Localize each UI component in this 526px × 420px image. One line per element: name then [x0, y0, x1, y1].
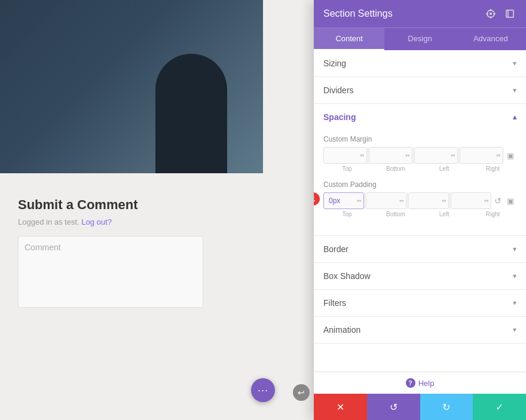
cancel-button[interactable]: ✕ — [314, 394, 367, 420]
padding-input-row: ⇔ ⇔ ⇔ — [323, 192, 516, 209]
padding-left-label: Left — [421, 211, 468, 217]
margin-sub-labels: Top Bottom Left Right — [323, 165, 516, 172]
submit-heading: Submit a Comment — [18, 197, 245, 213]
margin-top-label: Top — [323, 165, 371, 172]
accordion-spacing: Spacing ▴ Custom Margin ⇔ — [314, 104, 526, 236]
accordion-border-header[interactable]: Border ▾ — [314, 236, 526, 262]
border-label: Border — [323, 244, 348, 254]
panel-title: Section Settings — [323, 8, 393, 19]
padding-top-label: Top — [323, 211, 371, 217]
fullscreen-icon[interactable] — [503, 7, 516, 20]
margin-left-label: Left — [421, 165, 468, 172]
margin-right-label: Right — [469, 165, 516, 172]
help-label: Help — [418, 379, 435, 388]
custom-padding-group: 1 Custom Padding ⇔ ⇔ — [323, 180, 516, 217]
link-icon: ⇔ — [496, 152, 501, 158]
link-icon: ⇔ — [357, 198, 362, 204]
margin-left-field: ⇔ — [414, 147, 458, 164]
padding-right-field: ⇔ — [451, 192, 491, 209]
chevron-down-icon: ▾ — [513, 86, 516, 94]
link-icon: ⇔ — [484, 198, 489, 204]
padding-inputs: ⇔ ⇔ ⇔ — [323, 192, 491, 209]
link-icon: ⇔ — [442, 198, 447, 204]
help-link[interactable]: ? Help — [406, 378, 435, 388]
accordion-border: Border ▾ — [314, 236, 526, 263]
target-icon[interactable] — [484, 7, 497, 20]
link-icon: ⇔ — [399, 198, 404, 204]
dots-icon: ··· — [258, 384, 268, 397]
action-bar: ✕ ↺ ↻ ✓ — [314, 394, 526, 420]
animation-label: Animation — [323, 325, 360, 335]
accordion-filters: Filters ▾ — [314, 290, 526, 317]
save-button[interactable]: ✓ — [473, 394, 526, 420]
reset-icon[interactable]: ↺ — [493, 196, 503, 206]
custom-margin-group: Custom Margin ⇔ ⇔ — [323, 135, 516, 172]
panel-body: Sizing ▾ Dividers ▾ Spacing ▴ Custom Mar… — [314, 50, 526, 372]
svg-point-1 — [490, 13, 492, 15]
margin-top-field: ⇔ — [323, 147, 367, 164]
margin-inputs: ⇔ ⇔ ⇔ — [323, 147, 503, 164]
accordion-box-shadow: Box Shadow ▾ — [314, 263, 526, 290]
page-content: Submit a Comment Logged in as test. Log … — [0, 179, 263, 326]
padding-left-field: ⇔ — [408, 192, 449, 209]
custom-margin-label: Custom Margin — [323, 135, 516, 143]
panel-header: Section Settings — [314, 0, 526, 27]
dots-button[interactable]: ··· — [251, 378, 275, 402]
chevron-down-icon: ▾ — [513, 59, 516, 68]
sizing-label: Sizing — [323, 59, 346, 68]
accordion-animation-header[interactable]: Animation ▾ — [314, 317, 526, 343]
link-toggle-icon[interactable]: ▣ — [504, 197, 516, 206]
logged-in-text: Logged in as test. Log out? — [18, 217, 245, 226]
link-toggle-icon[interactable]: ▣ — [504, 151, 516, 160]
margin-right-field: ⇔ — [460, 147, 503, 164]
accordion-spacing-header[interactable]: Spacing ▴ — [314, 104, 526, 130]
spacing-label: Spacing — [323, 112, 356, 122]
custom-padding-label: Custom Padding — [323, 180, 516, 189]
accordion-box-shadow-header[interactable]: Box Shadow ▾ — [314, 263, 526, 289]
comment-box[interactable]: Comment — [18, 236, 203, 308]
back-button[interactable]: ↩ — [293, 384, 310, 401]
box-shadow-label: Box Shadow — [323, 271, 371, 281]
svg-rect-6 — [506, 10, 513, 17]
padding-sub-labels: Top Bottom Left Right — [323, 211, 516, 217]
panel-tabs: Content Design Advanced — [314, 27, 526, 50]
accordion-animation: Animation ▾ — [314, 317, 526, 344]
filters-label: Filters — [323, 298, 346, 308]
margin-input-row: ⇔ ⇔ ⇔ — [323, 147, 516, 164]
margin-bottom-field: ⇔ — [369, 147, 412, 164]
redo-button[interactable]: ↻ — [420, 394, 473, 420]
logout-link[interactable]: Log out? — [81, 217, 112, 226]
margin-bottom-label: Bottom — [372, 165, 419, 172]
accordion-dividers: Dividers ▾ — [314, 77, 526, 104]
back-icon: ↩ — [298, 388, 305, 397]
padding-bottom-field: ⇔ — [366, 192, 406, 209]
chevron-down-icon: ▾ — [513, 326, 516, 334]
accordion-filters-header[interactable]: Filters ▾ — [314, 290, 526, 316]
chevron-down-icon: ▾ — [513, 245, 516, 253]
chevron-down-icon: ▾ — [513, 299, 516, 307]
chevron-down-icon: ▾ — [513, 272, 516, 280]
badge-number: 1 — [314, 192, 320, 206]
dividers-label: Dividers — [323, 85, 354, 95]
spacing-content: Custom Margin ⇔ ⇔ — [314, 130, 526, 235]
undo-button[interactable]: ↺ — [367, 394, 420, 420]
panel-footer: ? Help — [314, 372, 526, 394]
tab-content[interactable]: Content — [314, 28, 384, 50]
hero-image — [0, 0, 263, 173]
tab-advanced[interactable]: Advanced — [455, 28, 526, 50]
accordion-sizing: Sizing ▾ — [314, 50, 526, 77]
link-icon: ⇔ — [451, 152, 455, 158]
link-icon: ⇔ — [405, 152, 410, 158]
padding-right-label: Right — [469, 211, 516, 217]
panel-header-icons — [484, 7, 516, 20]
link-icon: ⇔ — [360, 152, 365, 158]
tab-design[interactable]: Design — [384, 28, 455, 50]
padding-bottom-label: Bottom — [372, 211, 419, 217]
help-icon: ? — [406, 378, 415, 388]
accordion-sizing-header[interactable]: Sizing ▾ — [314, 50, 526, 76]
accordion-dividers-header[interactable]: Dividers ▾ — [314, 77, 526, 103]
chevron-up-icon: ▴ — [513, 113, 516, 121]
padding-top-field: ⇔ — [323, 192, 364, 209]
section-settings-panel: Section Settings Content — [314, 0, 526, 420]
